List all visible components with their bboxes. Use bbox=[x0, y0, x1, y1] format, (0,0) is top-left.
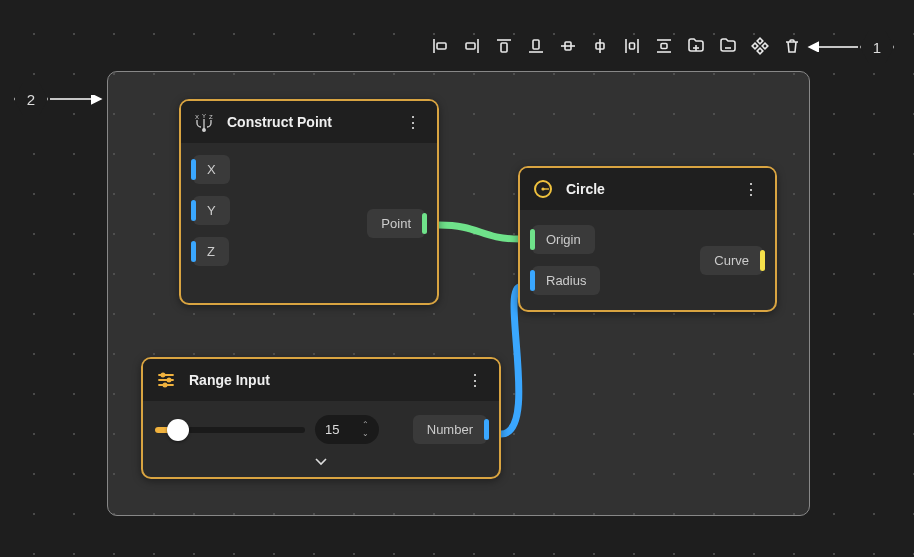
expand-chevron-icon[interactable] bbox=[143, 452, 499, 477]
node-title: Construct Point bbox=[227, 114, 389, 130]
output-port-number[interactable]: Number bbox=[413, 415, 487, 444]
value-stepper[interactable]: ⌃ ⌄ bbox=[362, 421, 369, 438]
node-range-input[interactable]: Range Input ⋮ 15 ⌃ ⌄ Number bbox=[141, 357, 501, 479]
node-title: Circle bbox=[566, 181, 727, 197]
node-menu-icon[interactable]: ⋮ bbox=[739, 180, 763, 199]
step-down-icon[interactable]: ⌄ bbox=[362, 430, 369, 438]
input-port-y[interactable]: Y bbox=[193, 196, 230, 225]
node-title: Range Input bbox=[189, 372, 451, 388]
node-construct-point[interactable]: X Y Z Construct Point ⋮ X Y Z Point bbox=[179, 99, 439, 305]
svg-point-39 bbox=[163, 383, 166, 386]
svg-text:X: X bbox=[195, 114, 199, 120]
circle-icon bbox=[532, 178, 554, 200]
svg-point-30 bbox=[203, 129, 206, 132]
range-value: 15 bbox=[325, 422, 339, 437]
node-menu-icon[interactable]: ⋮ bbox=[401, 113, 425, 132]
node-header[interactable]: Circle ⋮ bbox=[520, 168, 775, 210]
svg-text:Z: Z bbox=[209, 114, 213, 120]
output-port-curve[interactable]: Curve bbox=[700, 246, 763, 275]
input-port-x[interactable]: X bbox=[193, 155, 230, 184]
input-port-z[interactable]: Z bbox=[193, 237, 229, 266]
input-port-origin[interactable]: Origin bbox=[532, 225, 595, 254]
sliders-icon bbox=[155, 369, 177, 391]
construct-point-icon: X Y Z bbox=[193, 111, 215, 133]
input-port-radius[interactable]: Radius bbox=[532, 266, 600, 295]
range-value-input[interactable]: 15 ⌃ ⌄ bbox=[315, 415, 379, 444]
node-menu-icon[interactable]: ⋮ bbox=[463, 371, 487, 390]
node-header[interactable]: Range Input ⋮ bbox=[143, 359, 499, 401]
svg-point-35 bbox=[161, 373, 164, 376]
svg-text:Y: Y bbox=[202, 113, 206, 119]
range-slider[interactable] bbox=[155, 427, 305, 433]
step-up-icon[interactable]: ⌃ bbox=[362, 421, 369, 429]
node-header[interactable]: X Y Z Construct Point ⋮ bbox=[181, 101, 437, 143]
slider-thumb[interactable] bbox=[167, 419, 189, 441]
node-circle[interactable]: Circle ⋮ Origin Radius Curve bbox=[518, 166, 777, 312]
output-port-point[interactable]: Point bbox=[367, 209, 425, 238]
svg-point-37 bbox=[167, 378, 170, 381]
